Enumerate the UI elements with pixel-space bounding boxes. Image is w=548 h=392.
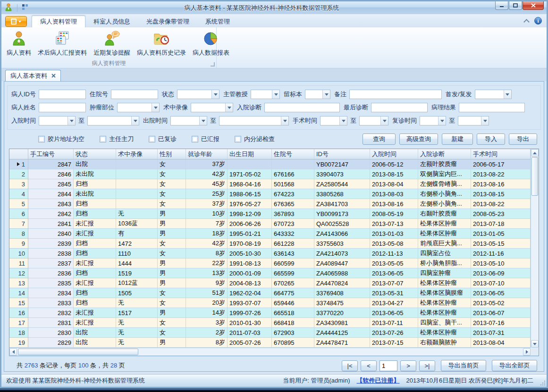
chevron-down-icon[interactable] [380, 117, 388, 125]
table-row[interactable]: 172831未汇报无女3岁2010-01-30668418ZA343098120… [9, 318, 531, 328]
postop-report-button[interactable]: 术后病人汇报资料 [34, 29, 90, 58]
admit-date-to-select[interactable] [87, 116, 139, 125]
chevron-down-icon[interactable] [199, 117, 207, 125]
table-row[interactable]: 82840未汇报有男18岁1995-01-21643332ZA414306620… [9, 229, 531, 239]
ribbon-tab-staff-info[interactable]: 科室人员信息 [85, 16, 138, 27]
chevron-down-icon[interactable] [131, 117, 139, 125]
table-row[interactable]: 192829出院无男8岁2005-07-26670895ZA4478471201… [9, 338, 531, 348]
patient-report-chart-button[interactable]: 病人数据报表 [189, 29, 233, 58]
chevron-down-icon[interactable] [438, 117, 446, 125]
scroll-left-icon[interactable] [9, 348, 17, 356]
surgery-date-to-select[interactable] [359, 116, 388, 125]
column-header[interactable]: 入院诊断 [418, 149, 471, 159]
chevron-down-icon[interactable] [322, 90, 330, 99]
column-header[interactable]: 就诊年龄 [186, 149, 228, 159]
table-row[interactable]: 182830出院无女2岁2011-07-03672903ZA4444125201… [9, 328, 531, 338]
revisited-checkbox[interactable]: 已复诊 [149, 135, 177, 143]
table-row[interactable]: 62842归档无男10岁1998-12-09367893YB0099173200… [9, 209, 531, 219]
vertical-scrollbar[interactable] [531, 149, 539, 348]
quick-access-icon[interactable] [22, 4, 28, 12]
final-diag-input[interactable] [371, 103, 428, 112]
specimen-select[interactable] [305, 90, 330, 99]
close-button[interactable] [523, 1, 544, 10]
column-header[interactable]: 手工编号 [28, 149, 74, 159]
new-button[interactable]: 新建 [442, 133, 473, 145]
table-row[interactable]: 132835未汇报1012蓝男9岁2004-08-13670265ZA44708… [9, 278, 531, 288]
revisit-date-from-select[interactable] [420, 116, 446, 125]
close-tab-icon[interactable] [51, 72, 56, 79]
page-number-input[interactable] [379, 360, 397, 371]
table-row[interactable]: 32845归档女45岁1968-04-16501568ZA25805442013… [9, 179, 531, 189]
chevron-down-icon[interactable] [504, 90, 511, 99]
software-registered-link[interactable]: 【软件已注册】 [357, 376, 400, 385]
horizontal-scrollbar[interactable] [9, 348, 531, 356]
table-row[interactable]: 12847出院女37岁YB00721472006-05-12左额叶胶质瘤2006… [9, 159, 531, 169]
reported-checkbox[interactable]: 已汇报 [192, 135, 219, 143]
table-row[interactable]: 162832未汇报1517男14岁1999-07-266655183377022… [9, 308, 531, 318]
next-page-button[interactable]: > [400, 360, 416, 371]
table-row[interactable]: 122836归档1519男13岁2000-01-09665599ZA406598… [9, 268, 531, 278]
last-page-button[interactable]: >| [419, 360, 435, 371]
status-select[interactable] [177, 90, 219, 99]
advanced-search-button[interactable]: 高级查询 [399, 133, 438, 145]
chevron-down-icon[interactable] [481, 117, 489, 125]
export-all-pages-button[interactable]: 导出全部页 [492, 360, 537, 371]
table-row[interactable]: 42844未出院女25岁1988-06-15674223338052682013… [9, 189, 531, 199]
search-button[interactable]: 查询 [363, 133, 396, 145]
chevron-down-icon[interactable] [339, 117, 347, 125]
column-header[interactable]: 住院号 [272, 149, 314, 159]
table-row[interactable]: 152833归档无女20岁1993-07-0765944633748475201… [9, 298, 531, 308]
maximize-button[interactable] [509, 1, 522, 10]
prev-page-button[interactable]: < [361, 360, 377, 371]
remark-input[interactable] [349, 90, 442, 99]
minimize-button[interactable] [495, 1, 508, 10]
pathology-input[interactable] [459, 103, 525, 112]
info-icon[interactable]: i [534, 17, 542, 25]
resize-grip-icon[interactable] [540, 381, 545, 385]
admission-diag-input[interactable] [264, 103, 340, 112]
chevron-down-icon[interactable] [225, 103, 233, 112]
table-row[interactable]: 112837未汇报1444男22岁1991-08-13660599ZA40894… [9, 259, 531, 268]
chevron-down-icon[interactable] [281, 117, 288, 125]
patient-id-input[interactable] [39, 90, 86, 99]
ribbon-tab-disc-tape[interactable]: 光盘录像带管理 [138, 16, 197, 27]
column-header[interactable]: 出生日期 [228, 149, 272, 159]
chevron-down-icon[interactable] [211, 90, 219, 99]
endocrine-check-checkbox[interactable]: 内分泌检查 [235, 135, 275, 143]
surgery-date-from-select[interactable] [320, 116, 347, 125]
scroll-down-icon[interactable] [531, 340, 539, 348]
admission-no-input[interactable] [111, 90, 158, 99]
chevron-down-icon[interactable] [272, 90, 279, 99]
patient-history-button[interactable]: 病人资料历史记录 [134, 29, 189, 58]
ribbon-collapse-icon[interactable] [523, 19, 530, 25]
horizontal-scroll-thumb[interactable] [18, 349, 138, 355]
table-row[interactable]: 102838归档1110女8岁2005-10-30636143ZA4214073… [9, 249, 531, 259]
import-button[interactable]: 导入 [477, 133, 505, 145]
patient-name-input[interactable] [39, 103, 86, 112]
discharge-date-from-select[interactable] [170, 116, 207, 125]
column-header[interactable]: 入院时间 [370, 149, 418, 159]
chief-surgeon-checkbox[interactable]: 主任主刀 [100, 135, 134, 143]
column-header[interactable]: 性别 [158, 149, 186, 159]
revisit-reminder-button[interactable]: 近期复诊提醒 [90, 29, 134, 58]
app-menu-button[interactable] [5, 16, 27, 27]
professor-select[interactable] [251, 90, 280, 99]
ribbon-tab-patient-management[interactable]: 病人资料管理 [32, 16, 85, 27]
chevron-down-icon[interactable] [152, 103, 159, 112]
first-recur-select[interactable] [475, 90, 512, 99]
admit-date-from-select[interactable] [39, 116, 76, 125]
first-page-button[interactable]: |< [342, 360, 358, 371]
table-row[interactable]: 142834归档1505女51岁1962-02-0466477533769408… [9, 288, 531, 298]
film-address-empty-checkbox[interactable]: 胶片地址为空 [38, 135, 84, 143]
dialog-launcher-icon[interactable] [211, 62, 215, 67]
export-current-page-button[interactable]: 导出当前页 [441, 360, 486, 371]
document-tab-patient-basic[interactable]: 病人基本资料 [5, 70, 61, 81]
revisit-date-to-select[interactable] [458, 116, 489, 125]
table-row[interactable]: 92839归档1472女42岁1970-08-19661228337556032… [9, 239, 531, 249]
scroll-up-icon[interactable] [531, 149, 539, 157]
chevron-down-icon[interactable] [67, 117, 75, 125]
table-row[interactable]: 72841未汇报1036蓝男7岁2006-06-26670723QA002552… [9, 219, 531, 229]
discharge-date-to-select[interactable] [219, 116, 289, 125]
column-header[interactable]: 手术时间 [471, 149, 531, 159]
column-header[interactable]: 术中录像 [116, 149, 158, 159]
